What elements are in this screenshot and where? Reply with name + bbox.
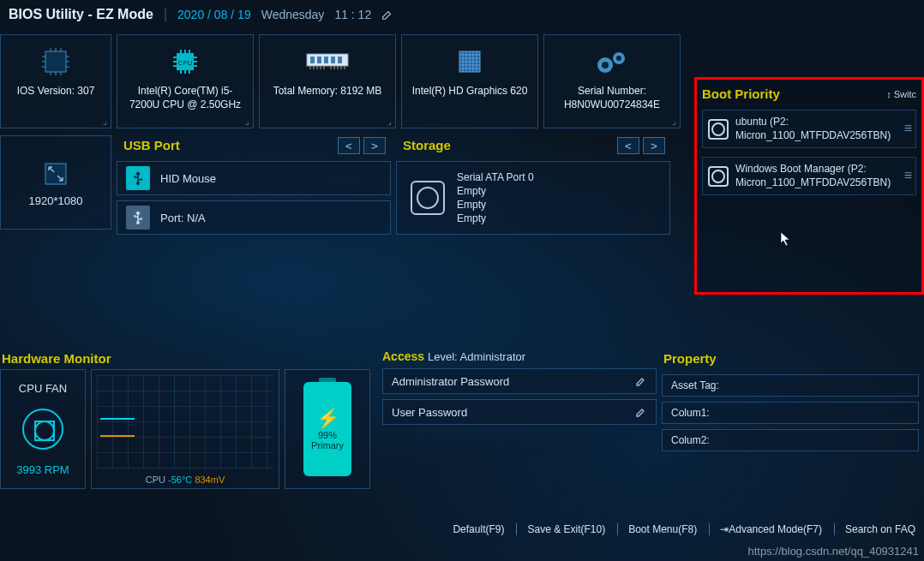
cpu-temp-readout: CPU -56°C 834mV [146,474,225,485]
storage-prev-button[interactable]: < [617,137,639,154]
svg-rect-28 [310,57,315,63]
header-day: Wednesday [261,8,325,21]
cpu-icon: CPU [168,42,202,81]
search-faq-button[interactable]: Search on FAQ [834,523,915,535]
cursor-icon [780,231,794,248]
memory-card[interactable]: Total Memory: 8192 MB ⌟ [259,34,396,128]
advanced-mode-button[interactable]: ⇥Advanced Mode(F7) [709,523,822,535]
battery-card[interactable]: ⚡ 99% Primary [285,369,370,489]
header-bar: BIOS Utility - EZ Mode | 2020 / 08 / 19 … [0,0,924,34]
serial-card[interactable]: Serial Number: H8N0WU00724834E ⌟ [543,34,681,128]
svg-rect-0 [45,51,66,72]
edit-time-icon[interactable] [381,9,393,21]
fan-icon [22,409,63,450]
expand-icon: ⌟ [245,116,249,126]
hardware-monitor-title: Hardware Monitor [0,349,377,369]
admin-password-row[interactable]: Administrator Password [382,368,657,394]
battery-icon: ⚡ 99% Primary [303,382,351,476]
user-password-row[interactable]: User Password [382,399,657,425]
resolution-icon [40,158,71,189]
resolution-card[interactable]: 1920*1080 [0,135,111,230]
svg-rect-29 [317,57,321,63]
boot-menu-button[interactable]: Boot Menu(F8) [617,523,697,535]
temp-graph-card[interactable]: CPU -56°C 834mV [91,369,279,489]
usb-icon [126,206,150,230]
cpu-card[interactable]: CPU Intel(R) Core(TM) i5-7200U CPU @ 2.5… [117,34,254,128]
property-title: Property [662,349,919,369]
default-button[interactable]: Default(F9) [442,523,504,535]
graph-grid [97,375,273,469]
admin-password-label: Administrator Password [392,375,509,388]
header-date: 2020 / 08 / 19 [177,8,251,21]
drag-handle-icon[interactable]: ≡ [904,120,910,138]
memory-label: Total Memory: 8192 MB [273,85,382,98]
serial-label: Serial Number: H8N0WU00724834E [564,85,660,111]
usb-icon [126,166,150,190]
svg-rect-58 [45,164,66,184]
cpu-fan-rpm: 3993 RPM [16,463,69,476]
access-title: Access Level: Administrator [382,349,657,363]
svg-rect-31 [331,57,335,63]
usb-title: USB Port [117,134,180,158]
property-asset-tag[interactable]: Asset Tag: [662,374,919,397]
storage-item[interactable]: Serial ATA Port 0 Empty Empty Empty [396,161,670,235]
usb-next-button[interactable]: > [363,137,386,154]
hdd-icon [411,181,445,215]
edit-icon[interactable] [635,406,647,418]
boot-item-2[interactable]: Windows Boot Manager (P2: Micron_1100_MT… [702,157,916,195]
expand-icon: ⌟ [672,116,676,126]
usb-item-2[interactable]: Port: N/A [117,200,391,235]
separator: | [164,7,167,22]
storage-next-button[interactable]: > [643,137,665,154]
property-colum2[interactable]: Colum2: [662,429,919,451]
app-title: BIOS Utility - EZ Mode [9,7,153,22]
watermark: https://blog.csdn.net/qq_40931241 [748,545,920,558]
boot-priority-panel: Boot Priority ↕ Switc ubuntu (P2: Micron… [694,77,924,295]
svg-point-56 [602,62,609,69]
cpu-fan-card[interactable]: CPU FAN 3993 RPM [0,369,86,489]
svg-text:CPU: CPU [178,59,193,67]
hdd-icon [708,119,729,140]
gear-icon [593,42,631,81]
footer-bar: Default(F9) Save & Exit(F10) Boot Menu(F… [442,523,915,535]
gpu-label: Intel(R) HD Graphics 620 [412,85,528,98]
bios-version-card[interactable]: IOS Version: 307 ⌟ [0,34,111,128]
boot-item-1-label: ubuntu (P2: Micron_1100_MTFDDAV256TBN) [735,116,891,142]
cpu-label: Intel(R) Core(TM) i5-7200U CPU @ 2.50GHz [123,85,248,111]
gpu-icon [453,42,487,81]
usb-prev-button[interactable]: < [338,137,360,154]
usb-item-1[interactable]: HID Mouse [117,161,391,195]
boot-item-2-label: Windows Boot Manager (P2: Micron_1100_MT… [735,163,891,189]
hdd-icon [708,166,729,187]
resolution-value: 1920*1080 [29,194,83,207]
bios-version-label: IOS Version: 307 [17,85,95,98]
header-time: 11 : 12 [334,8,371,21]
svg-rect-30 [324,57,328,63]
cpu-fan-label: CPU FAN [19,382,67,395]
boot-item-1[interactable]: ubuntu (P2: Micron_1100_MTFDDAV256TBN) ≡ [702,110,916,148]
property-colum1[interactable]: Colum1: [662,402,919,424]
svg-point-59 [136,182,140,185]
ram-icon [305,42,350,81]
edit-icon[interactable] [635,375,647,387]
expand-icon: ⌟ [103,116,107,126]
save-exit-button[interactable]: Save & Exit(F10) [516,523,605,535]
svg-point-57 [616,56,621,61]
storage-title: Storage [396,134,451,158]
expand-icon: ⌟ [387,116,392,126]
user-password-label: User Password [392,406,467,419]
usb-item-1-label: HID Mouse [160,172,216,185]
usb-item-2-label: Port: N/A [160,212,206,224]
svg-rect-32 [338,57,342,63]
svg-point-60 [136,221,140,224]
boot-priority-title: Boot Priority [702,87,780,101]
storage-details: Serial ATA Port 0 Empty Empty Empty [457,171,534,224]
gpu-card[interactable]: Intel(R) HD Graphics 620 [401,34,538,128]
bolt-icon: ⚡ [316,408,339,430]
drag-handle-icon[interactable]: ≡ [904,167,910,185]
chip-icon [39,42,73,81]
boot-switch-button[interactable]: ↕ Switc [886,89,916,99]
